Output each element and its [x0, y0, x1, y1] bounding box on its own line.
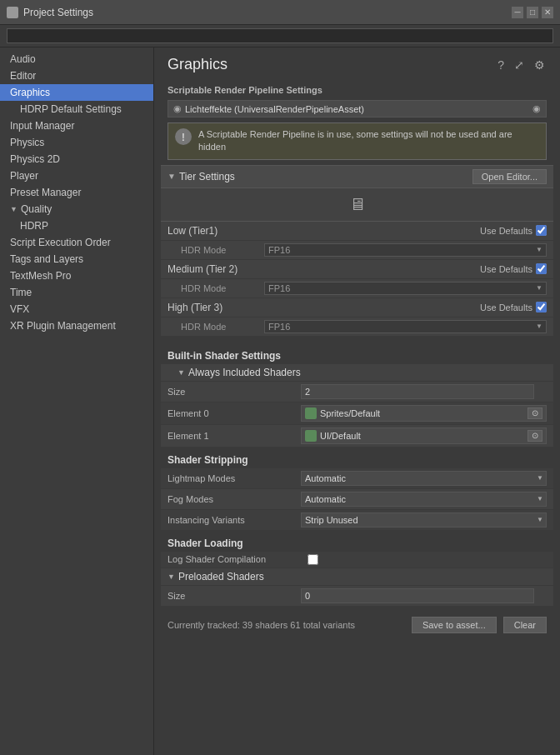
title-bar: Project Settings ─ □ ✕: [0, 0, 560, 25]
shader-stripping-label: Shader Stripping: [161, 448, 553, 468]
instancing-variants-select[interactable]: Strip Unused: [301, 512, 547, 528]
tier-low-hdr-row: HDR Mode FP16 ▼: [161, 241, 553, 260]
window-controls: ─ □ ✕: [512, 7, 553, 18]
log-shader-compilation-row: Log Shader Compilation: [161, 552, 553, 568]
fog-modes-label: Fog Modes: [168, 494, 301, 504]
sidebar-item-audio[interactable]: Audio: [0, 51, 153, 68]
tier-low-label: Low (Tier1): [168, 225, 218, 237]
sidebar-item-tags-layers[interactable]: Tags and Layers: [0, 251, 153, 268]
element-0-row: Element 0 Sprites/Default ⊙: [161, 402, 553, 425]
tier-collapse-arrow: ▼: [168, 172, 176, 181]
tier-medium-hdr-label: HDR Mode: [181, 283, 264, 293]
tier-medium-row: Medium (Tier 2) Use Defaults: [161, 260, 553, 279]
sidebar-item-physics[interactable]: Physics: [0, 134, 153, 151]
fog-modes-select-wrapper: Automatic: [301, 492, 547, 507]
tier-high-defaults-label: Use Defaults: [480, 302, 532, 312]
clear-button[interactable]: Clear: [503, 617, 547, 633]
tier-high-defaults: Use Defaults: [480, 302, 547, 312]
tier-medium-label: Medium (Tier 2): [168, 263, 238, 275]
preloaded-collapse-arrow: ▼: [168, 572, 175, 581]
tier-medium-defaults: Use Defaults: [480, 263, 547, 274]
tier-high-hdr-value: FP16 ▼: [264, 320, 547, 333]
element-1-asset-text: UI/Default: [320, 431, 361, 441]
quality-collapse-arrow: ▼: [10, 205, 18, 213]
instancing-variants-row: Instancing Variants Strip Unused: [161, 510, 553, 531]
monitor-icon-row: 🖥: [161, 188, 553, 222]
tier-medium-hdr-arrow: ▼: [536, 284, 542, 292]
log-shader-compilation-checkbox[interactable]: [308, 554, 318, 565]
sidebar-item-hdrp[interactable]: HDRP: [0, 218, 153, 234]
instancing-variants-select-wrapper: Strip Unused: [301, 512, 547, 528]
search-input[interactable]: [7, 28, 553, 43]
content-body: Scriptable Render Pipeline Settings ◉ Li…: [154, 80, 560, 652]
tier-low-hdr-arrow: ▼: [536, 246, 542, 253]
tier-low-defaults-checkbox[interactable]: [536, 225, 547, 236]
lightmap-modes-label: Lightmap Modes: [168, 473, 301, 483]
content-area: Graphics ? ⤢ ⚙ Scriptable Render Pipelin…: [154, 48, 560, 755]
minimize-button[interactable]: ─: [512, 7, 523, 18]
warning-text: A Scriptable Render Pipeline is in use, …: [198, 128, 539, 154]
sidebar-quality-header[interactable]: ▼ Quality: [0, 201, 153, 218]
pipeline-asset-row[interactable]: ◉ Lichteffekte (UniversalRenderPipelineA…: [168, 100, 547, 118]
header-icons: ? ⤢ ⚙: [496, 57, 547, 73]
tier-settings-label: Tier Settings: [179, 171, 235, 182]
tier-medium-defaults-label: Use Defaults: [480, 264, 532, 274]
sidebar: Audio Editor Graphics HDRP Default Setti…: [0, 48, 154, 755]
element-0-asset-row[interactable]: Sprites/Default ⊙: [301, 405, 547, 422]
sidebar-item-vfx[interactable]: VFX: [0, 301, 153, 318]
sidebar-item-hdrp-default[interactable]: HDRP Default Settings: [0, 101, 153, 118]
search-bar: [0, 25, 560, 48]
sidebar-item-time[interactable]: Time: [0, 284, 153, 301]
monitor-icon: 🖥: [349, 195, 366, 214]
tier-medium-defaults-checkbox[interactable]: [536, 263, 547, 274]
always-included-size-row: Size 2: [161, 382, 553, 402]
tier-high-defaults-checkbox[interactable]: [536, 302, 547, 312]
maximize-button[interactable]: □: [527, 7, 538, 18]
close-button[interactable]: ✕: [542, 7, 553, 18]
element-1-pick-button[interactable]: ⊙: [528, 430, 542, 442]
save-to-asset-button[interactable]: Save to asset...: [412, 617, 497, 633]
sidebar-item-preset-manager[interactable]: Preset Manager: [0, 184, 153, 201]
sidebar-item-editor[interactable]: Editor: [0, 68, 153, 84]
sidebar-item-xr-plugin[interactable]: XR Plugin Management: [0, 318, 153, 334]
sidebar-item-textmesh-pro[interactable]: TextMesh Pro: [0, 268, 153, 284]
sidebar-item-graphics[interactable]: Graphics: [0, 84, 153, 101]
element-1-asset-icon: [305, 430, 317, 442]
element-0-pick-button[interactable]: ⊙: [528, 408, 542, 419]
help-icon[interactable]: ?: [496, 57, 506, 73]
sidebar-item-physics-2d[interactable]: Physics 2D: [0, 151, 153, 168]
pipeline-asset-icon: ◉: [173, 103, 182, 114]
layout-icon[interactable]: ⤢: [512, 57, 526, 73]
lightmap-modes-select[interactable]: Automatic: [301, 471, 547, 486]
preloaded-shaders-header[interactable]: ▼ Preloaded Shaders: [161, 568, 553, 586]
sidebar-item-quality-label: Quality: [21, 203, 52, 215]
instancing-variants-label: Instancing Variants: [168, 515, 301, 525]
tier-low-hdr-label: HDR Mode: [181, 245, 264, 255]
open-editor-button[interactable]: Open Editor...: [472, 169, 547, 184]
sidebar-item-script-execution[interactable]: Script Execution Order: [0, 234, 153, 251]
tier-high-label: High (Tier 3): [168, 302, 222, 313]
size-label: Size: [168, 387, 301, 397]
tier-low-defaults-label: Use Defaults: [480, 226, 532, 236]
element-1-label: Element 1: [168, 431, 301, 441]
preloaded-size-value[interactable]: 0: [301, 588, 534, 603]
size-value[interactable]: 2: [301, 384, 534, 399]
page-title: Graphics: [168, 56, 228, 73]
pipeline-expand-icon: ◉: [532, 103, 541, 114]
element-0-asset-text: Sprites/Default: [320, 408, 380, 418]
element-1-asset-row[interactable]: UI/Default ⊙: [301, 428, 547, 444]
tier-settings-header[interactable]: ▼ Tier Settings Open Editor...: [161, 165, 553, 188]
fog-modes-select[interactable]: Automatic: [301, 492, 547, 507]
always-included-header[interactable]: ▼ Always Included Shaders: [161, 364, 553, 382]
settings-gear-icon[interactable]: ⚙: [532, 57, 547, 73]
tier-medium-hdr-value: FP16 ▼: [264, 282, 547, 295]
tracking-text: Currently tracked: 39 shaders 61 total v…: [168, 620, 405, 630]
sidebar-item-input-manager[interactable]: Input Manager: [0, 118, 153, 134]
always-included-arrow: ▼: [178, 368, 185, 377]
tier-low-hdr-value: FP16 ▼: [264, 243, 547, 257]
content-header: Graphics ? ⤢ ⚙: [154, 48, 560, 80]
sidebar-item-player[interactable]: Player: [0, 168, 153, 184]
app-icon: [7, 7, 18, 18]
tier-low-defaults: Use Defaults: [480, 225, 547, 236]
fog-modes-row: Fog Modes Automatic: [161, 489, 553, 510]
